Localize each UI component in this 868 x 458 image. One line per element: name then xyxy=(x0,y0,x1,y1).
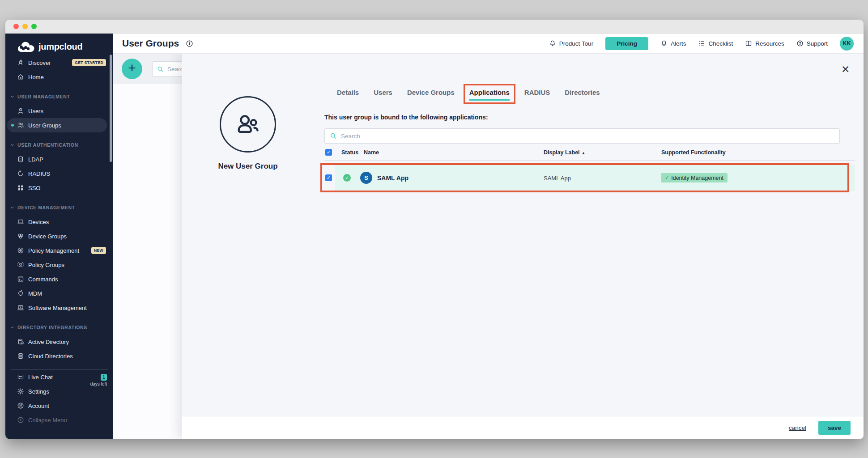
tab-directories[interactable]: Directories xyxy=(565,89,600,101)
bound-applications-description: This user group is bound to the followin… xyxy=(324,114,488,121)
row-checkbox[interactable]: ✓ xyxy=(325,174,332,181)
sidebar-item-label: Commands xyxy=(28,276,58,283)
book-icon xyxy=(745,40,752,47)
jumpcloud-logo[interactable]: jumpcloud xyxy=(5,34,113,54)
sidebar-item-user-groups[interactable]: User Groups xyxy=(7,118,107,132)
sidebar-item-device-groups[interactable]: Device Groups xyxy=(5,229,113,243)
sidebar-section-device-management[interactable]: DEVICE MANAGEMENT xyxy=(5,200,113,215)
sidebar-item-label: User Groups xyxy=(28,122,61,129)
sidebar-item-radius[interactable]: RADIUS xyxy=(5,166,113,181)
sidebar-item-live-chat[interactable]: Live Chat 1 days left xyxy=(5,370,113,384)
sidebar-item-label: Settings xyxy=(28,388,49,395)
application-row[interactable]: ✓ ✓ S SAML App SAML App ✓ Identity Manag… xyxy=(324,165,855,191)
cloud-directories-icon xyxy=(17,352,24,360)
sidebar-item-label: Collapse Menu xyxy=(28,417,67,424)
column-header-display-label[interactable]: Display Label▲ xyxy=(544,149,586,156)
applications-search-box xyxy=(324,128,840,144)
column-header-functionality[interactable]: Supported Functionality xyxy=(661,149,726,156)
column-header-status[interactable]: Status xyxy=(341,149,358,156)
chat-icon xyxy=(17,373,24,381)
jumpcloud-cloud-icon xyxy=(17,41,35,53)
sidebar-item-home[interactable]: Home xyxy=(5,70,113,84)
sidebar-item-users[interactable]: Users xyxy=(5,104,113,118)
get-started-badge: GET STARTED xyxy=(72,59,106,66)
bell-icon xyxy=(549,40,556,47)
app-display-label: SAML App xyxy=(544,175,571,182)
sidebar-item-label: Users xyxy=(28,108,43,114)
close-window-button[interactable] xyxy=(13,24,19,29)
sidebar-section-user-authentication[interactable]: USER AUTHENTICATION xyxy=(5,138,113,152)
trial-days-badge: 1 xyxy=(101,374,107,381)
checklist-icon xyxy=(698,40,705,47)
resources-button[interactable]: Resources xyxy=(745,40,784,47)
close-icon[interactable]: ✕ xyxy=(841,64,850,75)
radius-icon xyxy=(17,170,24,177)
sidebar: jumpcloud Discover GET STARTED Home USER… xyxy=(5,34,113,439)
active-item-dot xyxy=(11,124,14,127)
sidebar-item-collapse-menu[interactable]: Collapse Menu xyxy=(5,413,113,427)
minimize-window-button[interactable] xyxy=(22,24,28,29)
select-all-checkbox[interactable]: ✓ xyxy=(325,149,332,156)
user-group-icon xyxy=(234,110,262,138)
info-icon[interactable] xyxy=(186,40,193,47)
sidebar-item-label: LDAP xyxy=(28,156,43,163)
group-name: New User Group xyxy=(192,162,304,171)
group-avatar-circle xyxy=(220,96,276,153)
sidebar-item-software-management[interactable]: Software Management xyxy=(5,301,113,315)
chevron-down-icon xyxy=(10,143,15,148)
software-icon xyxy=(17,304,24,311)
applications-search-input[interactable] xyxy=(341,133,834,140)
sidebar-item-policy-management[interactable]: Policy Management NEW xyxy=(5,243,113,258)
add-user-group-button[interactable]: + xyxy=(122,59,142,79)
applications-table-header: ✓ Status Name Display Label▲ Supported F… xyxy=(324,148,855,161)
sidebar-item-active-directory[interactable]: Active Directory xyxy=(5,335,113,349)
main-area: User Groups Product Tour Pricing Alerts … xyxy=(113,34,864,439)
target-icon xyxy=(17,247,24,254)
pricing-button[interactable]: Pricing xyxy=(605,37,648,50)
rocket-icon xyxy=(17,59,24,66)
sidebar-section-user-management[interactable]: USER MANAGEMENT xyxy=(5,89,113,104)
support-button[interactable]: Support xyxy=(796,40,828,47)
sidebar-section-directory-integrations[interactable]: DIRECTORY INTEGRATIONS xyxy=(5,320,113,335)
sidebar-item-label: Account xyxy=(28,403,49,409)
sidebar-item-label: Home xyxy=(28,74,44,81)
macos-titlebar xyxy=(5,20,864,34)
cancel-button[interactable]: cancel xyxy=(789,424,806,431)
help-icon xyxy=(796,40,804,47)
sidebar-item-policy-groups[interactable]: Policy Groups xyxy=(5,258,113,272)
zoom-window-button[interactable] xyxy=(31,24,37,29)
sidebar-item-mdm[interactable]: MDM xyxy=(5,286,113,301)
app-avatar: S xyxy=(360,172,372,184)
devices-icon xyxy=(17,218,24,225)
user-group-panel: ✕ New User Group Details Users Device Gr… xyxy=(182,54,864,439)
app-window: jumpcloud Discover GET STARTED Home USER… xyxy=(5,20,864,439)
avatar[interactable]: KK xyxy=(840,37,854,51)
search-icon xyxy=(157,66,164,72)
panel-tabs: Details Users Device Groups Applications… xyxy=(337,89,600,101)
tab-radius[interactable]: RADIUS xyxy=(524,89,550,101)
tab-device-groups[interactable]: Device Groups xyxy=(407,89,455,101)
sidebar-item-ldap[interactable]: LDAP xyxy=(5,152,113,166)
checklist-button[interactable]: Checklist xyxy=(698,40,733,47)
panel-footer: cancel save xyxy=(182,416,864,439)
product-tour-button[interactable]: Product Tour xyxy=(549,40,593,47)
sidebar-item-devices[interactable]: Devices xyxy=(5,215,113,229)
column-header-name[interactable]: Name xyxy=(364,149,379,156)
sidebar-item-label: Cloud Directories xyxy=(28,353,73,360)
sidebar-item-settings[interactable]: Settings xyxy=(5,384,113,399)
sidebar-item-commands[interactable]: Commands xyxy=(5,272,113,286)
account-icon xyxy=(17,402,24,409)
tab-users[interactable]: Users xyxy=(374,89,392,101)
sidebar-item-cloud-directories[interactable]: Cloud Directories xyxy=(5,349,113,363)
sidebar-item-sso[interactable]: SSO xyxy=(5,181,113,195)
tab-applications[interactable]: Applications xyxy=(469,89,510,101)
save-button[interactable]: save xyxy=(818,421,851,435)
alerts-button[interactable]: Alerts xyxy=(660,40,686,47)
sidebar-item-discover[interactable]: Discover GET STARTED xyxy=(5,55,113,70)
policy-groups-icon xyxy=(17,261,24,268)
sidebar-item-label: Devices xyxy=(28,219,49,225)
collapse-arrow-icon xyxy=(17,416,24,424)
sidebar-item-account[interactable]: Account xyxy=(5,399,113,413)
tab-details[interactable]: Details xyxy=(337,89,359,101)
sidebar-scrollbar[interactable] xyxy=(110,55,112,162)
